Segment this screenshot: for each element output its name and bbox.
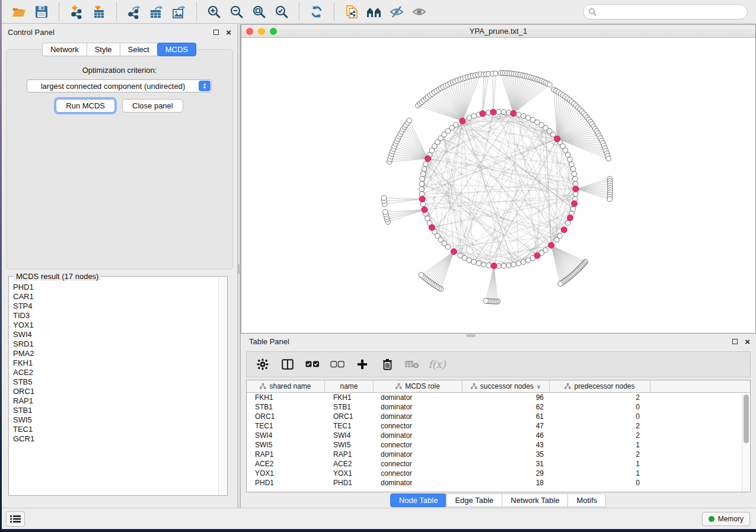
leaf-node[interactable]	[407, 118, 412, 123]
mcds-node[interactable]	[425, 156, 431, 162]
table-row[interactable]: STB1STB1dominator620	[247, 402, 742, 412]
cell-successor-nodes[interactable]: 29	[462, 469, 550, 478]
cell-name[interactable]: PHD1	[325, 478, 374, 488]
mcds-result-item[interactable]: STB5	[9, 377, 218, 387]
cell-shared-name[interactable]: STB1	[247, 402, 325, 412]
table-row[interactable]: TEC1TEC1connector472	[247, 421, 742, 431]
cell-successor-nodes[interactable]: 31	[462, 459, 550, 469]
cell-predecessor-nodes[interactable]: 2	[550, 393, 650, 402]
network-node[interactable]	[565, 220, 570, 226]
cell-name[interactable]: STB1	[325, 402, 374, 412]
mcds-result-item[interactable]: YOX1	[9, 321, 218, 330]
zoom-out-button[interactable]	[225, 3, 248, 21]
leaf-node[interactable]	[558, 281, 563, 287]
criterion-dropdown[interactable]: largest connected component (undirected)…	[27, 79, 212, 92]
scrollbar-thumb[interactable]	[744, 395, 749, 443]
tab-node-table[interactable]: Node Table	[390, 493, 447, 507]
add-column-button[interactable]	[352, 354, 372, 374]
network-node[interactable]	[521, 114, 526, 119]
network-node[interactable]	[467, 116, 472, 121]
mcds-result-item[interactable]: SWI4	[9, 330, 218, 339]
cell-name[interactable]: ORC1	[325, 412, 374, 421]
network-node[interactable]	[423, 162, 429, 167]
mcds-result-item[interactable]: ACE2	[9, 368, 218, 377]
close-panel-icon[interactable]: ×	[226, 30, 231, 35]
mcds-node[interactable]	[480, 111, 486, 117]
cell-shared-name[interactable]: RAP1	[247, 450, 325, 459]
network-node[interactable]	[525, 258, 531, 263]
float-table-panel-icon[interactable]	[732, 339, 738, 344]
table-row[interactable]: SWI4SWI4dominator462	[247, 431, 742, 440]
leaf-node[interactable]	[547, 82, 553, 88]
cell-name[interactable]: SWI5	[325, 440, 374, 450]
hide-selected-button[interactable]	[385, 3, 408, 21]
network-node[interactable]	[573, 177, 578, 182]
zoom-selected-button[interactable]	[270, 3, 293, 21]
table-row[interactable]: ACE2ACE2connector311	[247, 459, 742, 469]
mcds-node[interactable]	[490, 109, 496, 115]
tab-network[interactable]: Network	[42, 43, 87, 56]
unselect-all-button[interactable]	[327, 354, 347, 374]
export-table-button[interactable]	[145, 3, 168, 21]
tab-edge-table[interactable]: Edge Table	[446, 493, 502, 507]
leaf-node[interactable]	[383, 210, 388, 215]
network-node[interactable]	[501, 263, 506, 268]
network-node[interactable]	[543, 248, 548, 253]
close-table-panel-icon[interactable]: ×	[745, 339, 750, 344]
mcds-node[interactable]	[554, 136, 560, 142]
export-network-button[interactable]	[123, 3, 145, 21]
mcds-result-item[interactable]: CAR1	[9, 292, 218, 302]
network-node[interactable]	[420, 171, 426, 177]
cell-mcds-role[interactable]: dominator	[374, 431, 462, 440]
network-node[interactable]	[462, 255, 467, 261]
cell-successor-nodes[interactable]: 46	[462, 431, 550, 440]
cell-name[interactable]: RAP1	[325, 450, 374, 459]
zoom-in-button[interactable]	[203, 3, 225, 21]
cell-predecessor-nodes[interactable]: 1	[550, 469, 650, 478]
task-history-button[interactable]	[6, 511, 25, 527]
network-node[interactable]	[557, 233, 563, 239]
leaf-node[interactable]	[607, 197, 613, 202]
leaf-node[interactable]	[606, 156, 611, 161]
cell-successor-nodes[interactable]: 47	[462, 421, 550, 431]
cell-predecessor-nodes[interactable]: 0	[550, 412, 650, 421]
float-panel-icon[interactable]	[213, 30, 219, 35]
network-node[interactable]	[506, 263, 512, 268]
mcds-node[interactable]	[511, 110, 516, 116]
import-network-button[interactable]	[65, 3, 88, 21]
mcds-result-item[interactable]: TEC1	[9, 425, 218, 434]
network-node[interactable]	[476, 261, 481, 266]
network-node[interactable]	[419, 181, 425, 187]
show-all-button[interactable]	[408, 3, 430, 21]
mcds-node[interactable]	[419, 196, 425, 202]
network-node[interactable]	[496, 110, 502, 115]
refresh-button[interactable]	[305, 3, 328, 21]
mcds-node[interactable]	[561, 227, 567, 233]
cell-shared-name[interactable]: ACE2	[247, 459, 325, 469]
table-row[interactable]: YOX1YOX1connector291	[247, 469, 742, 478]
export-image-button[interactable]	[168, 3, 190, 21]
function-builder-button[interactable]: f(x)	[427, 354, 447, 374]
network-node[interactable]	[425, 216, 430, 221]
first-neighbors-button[interactable]	[363, 3, 385, 21]
cell-shared-name[interactable]: YOX1	[247, 469, 325, 478]
network-node[interactable]	[419, 191, 425, 197]
cell-predecessor-nodes[interactable]: 2	[550, 431, 650, 440]
mcds-result-item[interactable]: TID3	[9, 311, 218, 321]
tab-style[interactable]: Style	[87, 43, 120, 56]
cell-name[interactable]: FKH1	[325, 393, 374, 402]
mcds-node[interactable]	[567, 215, 573, 221]
cell-mcds-role[interactable]: dominator	[374, 412, 462, 421]
column-header-successor-nodes[interactable]: successor nodes ∨	[462, 380, 550, 392]
mcds-result-item[interactable]: GCR1	[9, 434, 218, 444]
cell-successor-nodes[interactable]: 61	[462, 412, 550, 421]
table-scrollbar[interactable]	[742, 393, 749, 492]
cell-successor-nodes[interactable]: 35	[462, 450, 550, 459]
mcds-list-scrollbar[interactable]	[218, 277, 227, 495]
network-node[interactable]	[570, 166, 576, 172]
leaf-node[interactable]	[381, 196, 387, 201]
run-mcds-button[interactable]: Run MCDS	[56, 99, 115, 113]
cell-mcds-role[interactable]: connector	[374, 459, 462, 469]
delete-table-button[interactable]	[402, 354, 422, 374]
network-node[interactable]	[420, 201, 426, 207]
